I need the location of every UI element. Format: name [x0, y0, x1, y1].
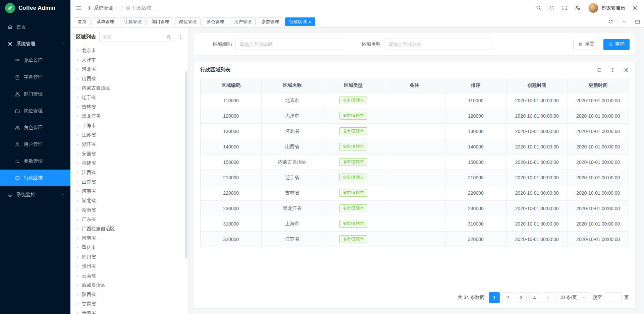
page-button-3[interactable]: 3 [516, 292, 527, 303]
tree-item[interactable]: 河北省 [70, 65, 188, 74]
sidebar-item-param[interactable]: 参数管理 [0, 153, 70, 170]
table-row[interactable]: 220000吉林省省市/直辖市2200002020-10-01 00:00:00… [201, 185, 629, 201]
sidebar-group-label: 系统监控 [16, 192, 35, 198]
page-button-2[interactable]: 2 [502, 292, 513, 303]
tab-menu-chevron-icon[interactable] [617, 16, 631, 27]
tab-role[interactable]: 角色管理 [203, 17, 228, 26]
page-button-1[interactable]: 1 [489, 292, 500, 303]
cell-sort: 310000 [445, 216, 506, 232]
sidebar-item-dept[interactable]: 部门管理 [0, 86, 70, 103]
bank-icon [126, 6, 130, 10]
tab-dict[interactable]: 字典管理 [120, 17, 146, 26]
table-row[interactable]: 320000江苏省省市/直辖市3200002020-10-01 00:00:00… [201, 232, 629, 247]
trash-icon [578, 42, 583, 47]
tree-item[interactable]: 黑龙江省 [70, 112, 188, 121]
tree-item[interactable]: 广西壮族自治区 [70, 224, 188, 234]
table-refresh-icon[interactable] [597, 67, 602, 73]
page-button-4[interactable]: 4 [529, 292, 540, 303]
tree-item[interactable]: 上海市 [70, 121, 188, 130]
breadcrumb-system[interactable]: 系统管理 [87, 5, 118, 11]
sidebar-item-role[interactable]: 角色管理 [0, 119, 70, 136]
sidebar-item-home[interactable]: 首页 [0, 19, 70, 36]
logo[interactable]: Coffee Admin [0, 0, 70, 16]
table-row[interactable]: 150000内蒙古自治区省市/直辖市1500002020-10-01 00:00… [201, 154, 629, 170]
tree-item[interactable]: 青海省 [70, 309, 188, 314]
fullscreen-icon[interactable] [562, 5, 568, 11]
tree-item[interactable]: 江西省 [70, 168, 188, 177]
content-screen-icon[interactable] [631, 16, 644, 27]
jump-page-input[interactable] [605, 292, 622, 303]
region-code-input[interactable] [235, 39, 343, 50]
column-height-icon[interactable] [610, 67, 615, 73]
refresh-icon[interactable] [604, 16, 617, 27]
tree-item[interactable]: 海南省 [70, 234, 188, 243]
tree-item[interactable]: 安徽省 [70, 149, 188, 159]
region-name-input[interactable] [384, 39, 492, 50]
tree-item[interactable]: 山西省 [70, 74, 188, 83]
sidebar-item-region[interactable]: 行政区域 [0, 170, 70, 186]
cell-code: 220000 [201, 185, 262, 201]
hamburger-icon[interactable] [76, 5, 82, 11]
tree-item[interactable]: 四川省 [70, 252, 188, 262]
bell-icon[interactable] [549, 5, 554, 11]
search-icon[interactable] [166, 35, 171, 39]
query-button[interactable]: 查询 [603, 39, 630, 50]
tab-dept[interactable]: 部门管理 [148, 17, 173, 26]
table-row[interactable]: 310000上海市省市/直辖市3100002020-10-01 00:00:00… [201, 216, 629, 232]
tab-label: 字典管理 [124, 19, 142, 25]
table-row[interactable]: 230000黑龙江省省市/直辖市2300002020-10-01 00:00:0… [201, 201, 629, 216]
sidebar-group-system[interactable]: 系统管理 [0, 36, 70, 52]
sidebar-group-monitor[interactable]: 系统监控 [0, 186, 70, 203]
sidebar-item-menu[interactable]: 菜单管理 [0, 52, 70, 69]
table-row[interactable]: 130000河北省省市/直辖市1300002020-10-01 00:00:00… [201, 124, 629, 139]
settings-gear-icon[interactable] [632, 5, 638, 11]
tree-item[interactable]: 西藏自治区 [70, 280, 188, 290]
table-row[interactable]: 120000天津市省市/直辖市1200002020-10-01 00:00:00… [201, 108, 629, 124]
tab-home[interactable]: 首页 [74, 17, 91, 26]
user-menu[interactable]: 超级管理员 [588, 3, 625, 13]
search-icon[interactable] [536, 5, 541, 11]
tree-item[interactable]: 湖北省 [70, 196, 188, 205]
tree-item[interactable]: 辽宁省 [70, 93, 188, 102]
tree-item[interactable]: 广东省 [70, 215, 188, 224]
filter-card: 区域编码 区域名称 重置 查询 [194, 33, 635, 56]
cell-created: 2020-10-01 00:00:00 [506, 170, 568, 185]
tree-search-input[interactable] [102, 35, 164, 40]
tree-item[interactable]: 浙江省 [70, 140, 188, 149]
tree-item[interactable]: 吉林省 [70, 102, 188, 112]
tree-scrollbar[interactable] [185, 71, 187, 259]
tree-item[interactable]: 北京市 [70, 46, 188, 55]
tab-user[interactable]: 用户管理 [230, 17, 256, 26]
tree-item[interactable]: 福建省 [70, 159, 188, 168]
sidebar-item-post[interactable]: 岗位管理 [0, 103, 70, 119]
table-row[interactable]: 210000辽宁省省市/直辖市2100002020-10-01 00:00:00… [201, 170, 629, 185]
translate-icon[interactable] [575, 5, 581, 11]
tree-item[interactable]: 天津市 [70, 55, 188, 65]
tree-item[interactable]: 甘肃省 [70, 299, 188, 309]
tree-item[interactable]: 江苏省 [70, 130, 188, 140]
reset-button[interactable]: 重置 [573, 39, 599, 50]
table-row[interactable]: 140000山西省省市/直辖市1400002020-10-01 00:00:00… [201, 139, 629, 154]
caret-right-icon [76, 115, 79, 118]
sidebar-item-user[interactable]: 用户管理 [0, 136, 70, 153]
tree-item[interactable]: 河南省 [70, 187, 188, 196]
tree-item[interactable]: 陕西省 [70, 290, 188, 299]
table-row[interactable]: 110000北京市省市/直辖市1100002020-10-01 00:00:00… [201, 93, 629, 108]
tree-item[interactable]: 湖南省 [70, 205, 188, 215]
next-page-button[interactable] [543, 292, 553, 303]
tree-item[interactable]: 贵州省 [70, 262, 188, 271]
tab-region[interactable]: 行政区域× [285, 17, 315, 26]
sidebar-item-dict[interactable]: 字典管理 [0, 69, 70, 86]
page-size-select[interactable]: 10 条/页 [556, 292, 590, 303]
table-settings-gear-icon[interactable] [624, 67, 629, 73]
close-icon[interactable]: × [309, 19, 311, 24]
tab-menu[interactable]: 菜单管理 [93, 17, 118, 26]
cell-remark [384, 139, 445, 154]
tree-item[interactable]: 云南省 [70, 271, 188, 280]
tab-post[interactable]: 岗位管理 [175, 17, 201, 26]
tree-item[interactable]: 山东省 [70, 177, 188, 187]
tab-param[interactable]: 参数管理 [258, 17, 283, 26]
tree-item[interactable]: 内蒙古自治区 [70, 83, 188, 93]
tree-item[interactable]: 重庆市 [70, 243, 188, 252]
more-options-icon[interactable] [177, 34, 184, 40]
